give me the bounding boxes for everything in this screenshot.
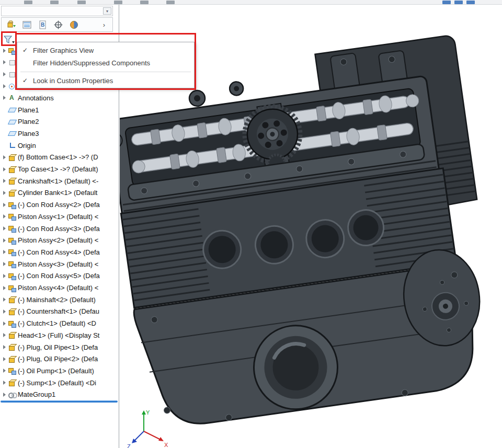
tree-row-19[interactable]: (-) Con Rod Assy<5> (Defa <box>0 270 118 281</box>
expand-arrow-icon[interactable] <box>3 49 6 53</box>
asm-icon <box>8 225 16 232</box>
tree-row-9[interactable]: (f) Bottom Case<1> ->? (D <box>0 152 118 163</box>
heads-up-icon-stub <box>454 1 463 4</box>
tree-row-29[interactable]: MateGroup1 <box>0 389 118 400</box>
expand-arrow-icon[interactable] <box>3 214 6 219</box>
origin-icon <box>8 142 16 149</box>
plane-icon <box>8 118 16 125</box>
part-icon <box>8 308 16 315</box>
part-icon <box>8 343 16 351</box>
tree-row-26[interactable]: (-) Plug, Oil Pipe<2> (Defa <box>0 353 118 364</box>
part-icon <box>8 154 16 161</box>
expand-arrow-icon[interactable] <box>3 179 6 183</box>
expand-arrow-icon[interactable] <box>3 309 6 314</box>
expand-arrow-icon[interactable] <box>3 84 6 88</box>
tree-row-8[interactable]: Origin <box>0 140 118 151</box>
menu-separator <box>20 72 191 72</box>
asm-icon <box>8 320 16 327</box>
expand-arrow-icon[interactable] <box>3 203 6 207</box>
tree-row-17[interactable]: (-) Con Rod Assy<4> (Defa <box>0 247 118 258</box>
folder-icon <box>8 59 16 66</box>
expand-arrow-icon[interactable] <box>3 286 6 290</box>
expand-arrow-icon[interactable] <box>3 96 6 100</box>
solidworks-window: { "colors": { "highlight_red": "#e11d1d"… <box>0 0 502 448</box>
asm-icon <box>8 260 16 268</box>
filter-dropdown-menu: ✓ Filter Graphics View Filter Hidden/Sup… <box>17 42 195 88</box>
expand-arrow-icon[interactable] <box>3 72 6 76</box>
expand-arrow-icon[interactable] <box>3 274 6 278</box>
toolbar-icon-stub <box>114 1 122 4</box>
toolbar-fragment <box>0 0 502 5</box>
tree-row-13[interactable]: (-) Con Rod Assy<2> (Defa <box>0 199 118 210</box>
expand-arrow-icon[interactable] <box>3 297 6 302</box>
folder-icon <box>8 71 16 78</box>
toolbar-icon-stub <box>50 1 59 4</box>
expand-arrow-icon[interactable] <box>3 262 6 266</box>
expand-arrow-icon[interactable] <box>3 393 6 397</box>
annotations-icon <box>8 94 16 101</box>
part-icon <box>8 189 16 197</box>
sensors-icon <box>8 83 16 90</box>
tree-row-4[interactable]: Annotations <box>0 93 118 104</box>
expand-arrow-icon[interactable] <box>3 345 6 349</box>
toolbar-icon-stub <box>140 1 149 4</box>
tree-row-14[interactable]: Piston Assy<1> (Default) < <box>0 211 118 222</box>
menu-item-0[interactable]: ✓ Filter Graphics View <box>17 44 194 56</box>
expand-arrow-icon[interactable] <box>3 333 6 337</box>
asm-icon <box>8 213 16 220</box>
expand-arrow-icon[interactable] <box>3 381 6 385</box>
rollback-bar[interactable] <box>1 400 118 403</box>
asm-icon <box>8 284 16 292</box>
x-axis-label: X <box>164 442 168 448</box>
expand-arrow-icon[interactable] <box>3 238 6 243</box>
asm-icon <box>8 47 16 54</box>
part-icon <box>8 166 16 173</box>
tree-row-10[interactable]: Top Case<1> ->? (Default) <box>0 164 118 175</box>
tree-row-12[interactable]: Cylinder Bank<1> (Default <box>0 187 118 198</box>
z-axis-label: Z <box>127 443 131 448</box>
toolbar-icon-stub <box>24 1 32 4</box>
part-icon <box>8 331 16 339</box>
tree-row-21[interactable]: (-) Mainshaft<2> (Default) <box>0 294 118 305</box>
expand-arrow-icon[interactable] <box>3 60 6 64</box>
tree-row-6[interactable]: Plane2 <box>0 116 118 127</box>
toolbar-icon-stub <box>166 1 175 4</box>
expand-arrow-icon[interactable] <box>3 250 6 254</box>
expand-arrow-icon[interactable] <box>3 191 6 195</box>
coordinate-triad: Y X Z <box>127 408 171 448</box>
asm-icon <box>8 272 16 280</box>
tree-row-20[interactable]: Piston Assy<4> (Default) < <box>0 282 118 293</box>
tree-row-28[interactable]: (-) Sump<1> (Default) <Di <box>0 377 118 388</box>
tree-row-23[interactable]: (-) Clutch<1> (Default) <D <box>0 318 118 329</box>
tree-row-27[interactable]: (-) Oil Pump<1> (Default) <box>0 365 118 376</box>
expand-arrow-icon[interactable] <box>3 167 6 171</box>
menu-item-2[interactable]: ✓ Look in Custom Properties <box>17 74 194 87</box>
tree-row-25[interactable]: (-) Plug, Oil Pipe<1> (Defa <box>0 342 118 353</box>
checkmark-icon: ✓ <box>17 77 33 84</box>
tree-row-24[interactable]: Head<1> (Full) <Display St <box>0 330 118 341</box>
part-icon <box>8 177 16 185</box>
tree-row-7[interactable]: Plane3 <box>0 128 118 139</box>
asm-icon <box>8 201 16 209</box>
expand-arrow-icon[interactable] <box>3 155 6 159</box>
tree-row-11[interactable]: Crankshaft<1> (Default) <- <box>0 176 118 187</box>
tree-row-15[interactable]: (-) Con Rod Assy<3> (Defa <box>0 223 118 234</box>
expand-arrow-icon[interactable] <box>3 369 6 373</box>
expand-arrow-icon[interactable] <box>3 357 6 361</box>
asm-icon <box>8 367 16 374</box>
expand-arrow-icon[interactable] <box>3 321 6 326</box>
heads-up-icon-stub <box>466 1 475 4</box>
tree-row-18[interactable]: Piston Assy<3> (Default) < <box>0 259 118 270</box>
plane-icon <box>8 106 16 113</box>
toolbar-icon-stub <box>77 1 86 4</box>
tree-row-16[interactable]: Piston Assy<2> (Default) < <box>0 235 118 246</box>
y-axis-label: Y <box>146 409 150 416</box>
tree-row-22[interactable]: (-) Countershaft<1> (Defau <box>0 306 118 317</box>
asm-icon <box>8 248 16 256</box>
tree-row-5[interactable]: Plane1 <box>0 105 118 116</box>
expand-arrow-icon[interactable] <box>3 226 6 231</box>
part-icon <box>8 355 16 363</box>
menu-item-1[interactable]: Filter Hidden/Suppressed Components <box>17 56 194 69</box>
asm-icon <box>8 237 16 244</box>
y-axis-arrow <box>142 410 146 415</box>
